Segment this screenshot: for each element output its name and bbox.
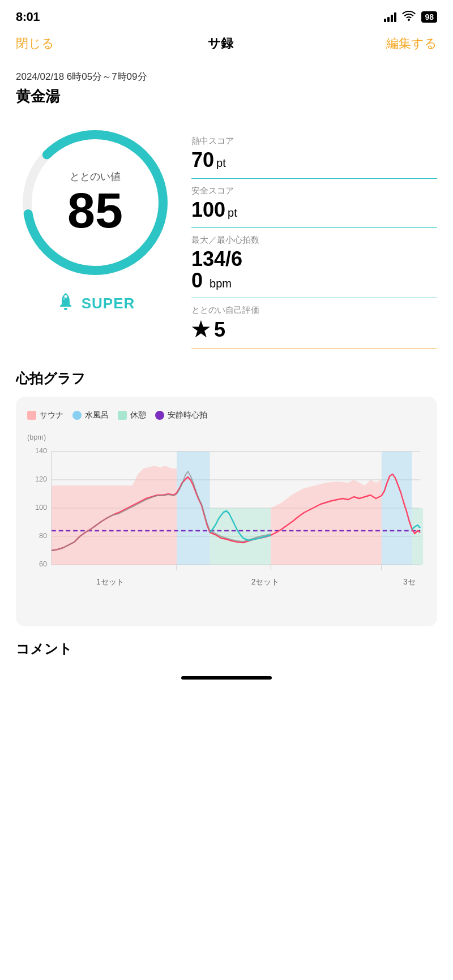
svg-rect-22 — [412, 508, 424, 565]
status-icons: 98 — [384, 11, 437, 24]
bell-icon — [55, 291, 76, 316]
heat-score-value: 70pt — [191, 149, 437, 171]
super-badge: SUPER — [55, 291, 135, 316]
chart-area: (bpm) 140 120 100 80 60 — [27, 432, 426, 613]
nav-title: サ録 — [208, 35, 233, 52]
svg-text:80: 80 — [39, 531, 47, 540]
svg-text:60: 60 — [39, 560, 47, 568]
heart-rate-label: 最大／最小心拍数 — [191, 235, 437, 246]
status-time: 8:01 — [16, 10, 40, 24]
svg-point-4 — [63, 298, 65, 300]
super-label: SUPER — [82, 295, 135, 312]
svg-point-2 — [64, 308, 67, 310]
wifi-icon — [402, 11, 416, 24]
self-eval-item: ととのい自己評価 ★ 5 — [191, 298, 437, 349]
session-date: 2024/02/18 6時05分～7時09分 — [16, 70, 437, 83]
session-info: 2024/02/18 6時05分～7時09分 黄金湯 — [0, 61, 453, 110]
legend-rest-label: 休憩 — [130, 410, 146, 420]
graph-title: 心拍グラフ — [16, 369, 437, 388]
x-label-3: 3セ — [403, 577, 415, 586]
legend-cold-label: 水風呂 — [85, 410, 109, 420]
legend-cold-dot — [72, 411, 82, 420]
heat-score-label: 熱中スコア — [191, 136, 437, 147]
svg-rect-18 — [177, 452, 210, 565]
home-indicator — [0, 665, 453, 685]
x-label-1: 1セット — [96, 577, 124, 586]
legend-resting-hr: 安静時心拍 — [155, 410, 207, 420]
battery-icon: 98 — [421, 11, 437, 23]
graph-section: 心拍グラフ サウナ 水風呂 休憩 安静時心拍 — [0, 360, 453, 626]
chart-svg: (bpm) 140 120 100 80 60 — [27, 432, 426, 613]
heat-score-item: 熱中スコア 70pt — [191, 129, 437, 179]
graph-legend: サウナ 水風呂 休憩 安静時心拍 — [27, 410, 426, 420]
svg-text:100: 100 — [35, 503, 47, 512]
comment-section: コメント — [0, 626, 453, 658]
circle-inner: ととのい値 85 — [67, 170, 123, 235]
svg-text:120: 120 — [35, 475, 47, 483]
legend-sauna-label: サウナ — [40, 410, 63, 420]
circle-value: 85 — [67, 186, 123, 235]
svg-point-3 — [64, 295, 67, 298]
nav-bar: 閉じる サ録 編集する — [0, 31, 453, 61]
status-bar: 8:01 98 — [0, 0, 453, 31]
signal-icon — [384, 12, 396, 22]
star-rating: ★ 5 — [191, 318, 437, 342]
safety-score-label: 安全スコア — [191, 186, 437, 196]
legend-rest-dot — [118, 411, 127, 420]
stats-panel: 熱中スコア 70pt 安全スコア 100pt 最大／最小心拍数 134/6 0 … — [191, 123, 437, 349]
legend-rest: 休憩 — [118, 410, 146, 420]
graph-container: サウナ 水風呂 休憩 安静時心拍 (bpm) 140 120 100 — [16, 397, 437, 626]
self-eval-label: ととのい自己評価 — [191, 305, 437, 316]
edit-button[interactable]: 編集する — [386, 35, 437, 52]
circle-label: ととのい値 — [67, 170, 123, 183]
close-button[interactable]: 閉じる — [16, 35, 54, 52]
session-location: 黄金湯 — [16, 87, 437, 106]
home-bar — [181, 676, 272, 680]
legend-resting-label: 安静時心拍 — [168, 410, 207, 420]
circle-gauge: ととのい値 85 — [16, 123, 174, 282]
circle-container: ととのい値 85 SUPER — [16, 123, 174, 316]
safety-score-item: 安全スコア 100pt — [191, 179, 437, 229]
legend-resting-dot — [155, 411, 164, 420]
legend-sauna: サウナ — [27, 410, 63, 420]
heart-rate-item: 最大／最小心拍数 134/6 0 bpm — [191, 228, 437, 298]
svg-rect-21 — [382, 452, 412, 565]
heart-rate-min: 0 — [191, 270, 203, 291]
legend-sauna-dot — [27, 411, 36, 420]
x-label-2: 2セット — [251, 577, 279, 586]
star-icon: ★ — [191, 318, 210, 342]
comment-title: コメント — [16, 640, 437, 658]
safety-score-value: 100pt — [191, 199, 437, 221]
heart-rate-max: 134/6 — [191, 248, 437, 270]
svg-text:140: 140 — [35, 446, 47, 455]
heart-rate-unit: bpm — [210, 277, 232, 290]
svg-marker-20 — [271, 480, 382, 565]
self-eval-value: 5 — [214, 318, 225, 342]
legend-cold-bath: 水風呂 — [72, 410, 109, 420]
svg-text:(bpm): (bpm) — [27, 433, 46, 441]
score-section: ととのい値 85 SUPER 熱中スコア 70pt — [0, 110, 453, 360]
